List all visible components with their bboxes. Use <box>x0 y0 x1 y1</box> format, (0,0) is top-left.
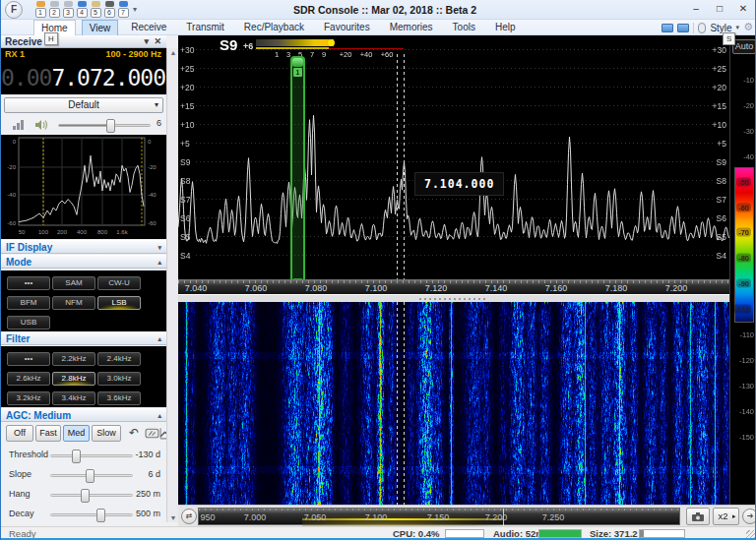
mode-button-cwu[interactable]: CW-U <box>97 276 141 290</box>
monitor-icon[interactable] <box>677 24 689 32</box>
agc-button-med[interactable]: Med <box>63 425 90 442</box>
tab-tools[interactable]: Tools <box>446 20 482 35</box>
slider-track[interactable] <box>50 454 133 457</box>
tab-help[interactable]: Help <box>488 20 523 35</box>
window-title: SDR Console :: Mar 02, 2018 :: Beta 2 <box>149 0 621 20</box>
mode-button-[interactable]: ••• <box>7 276 50 290</box>
qat-button-3[interactable]: 3 <box>62 1 74 19</box>
mode-button-nfm[interactable]: NFM <box>52 296 95 310</box>
mode-button-usb[interactable]: USB <box>7 316 50 330</box>
profile-dropdown[interactable]: Default ▾ <box>4 97 163 113</box>
qat-button-6[interactable]: 6 <box>103 1 115 19</box>
band-overview-bar[interactable]: 9507.0007.0507.1007.1507.2007.250 <box>198 508 680 525</box>
volume-slider[interactable] <box>58 124 151 127</box>
speaker-icon[interactable] <box>34 119 48 131</box>
auto-button[interactable]: Auto <box>732 39 756 54</box>
pan-left-button[interactable]: ⇄ <box>181 509 197 524</box>
mode-button-sam[interactable]: SAM <box>52 276 95 290</box>
chevron-down-icon[interactable]: ▾ <box>736 24 740 31</box>
tuning-marker-cap[interactable] <box>292 58 303 67</box>
slider-thumb[interactable] <box>86 469 94 483</box>
filter-button-2.2khz[interactable]: 2.2kHz <box>52 352 95 366</box>
spectrum-canvas[interactable] <box>178 35 729 279</box>
pan-right-button[interactable]: ➔ <box>742 509 756 524</box>
waterfall-canvas[interactable] <box>178 302 729 505</box>
qat-icon <box>64 1 73 7</box>
filter-button-3.6khz[interactable]: 3.6kHz <box>97 391 141 405</box>
db-tick: +25 <box>707 64 726 74</box>
close-button[interactable]: ✕ <box>731 0 755 19</box>
tab-view[interactable]: View <box>82 20 119 35</box>
section-agc[interactable]: AGC: Medium ▴ <box>1 408 166 422</box>
audio-spectrum-panel[interactable]: 00-20-20-40-40-60-60501002004008001.6k <box>1 135 166 239</box>
panel-scrollbar[interactable]: ▲ ▼ <box>166 48 178 522</box>
mode-button-bfm[interactable]: BFM <box>7 296 50 310</box>
qat-overflow-icon[interactable]: ▾ <box>133 1 137 19</box>
style-button[interactable]: Style <box>710 23 731 33</box>
frequency-display[interactable]: 0.007.072.000 <box>1 61 166 94</box>
tab-memories[interactable]: Memories <box>383 20 440 35</box>
panel-close-icon[interactable]: ✕ <box>154 35 161 48</box>
frequency-axis[interactable]: 7.0407.0607.0807.1007.1207.1407.1607.180… <box>178 279 729 294</box>
qat-button-4[interactable]: 4 <box>76 1 88 19</box>
tab-transmit[interactable]: Transmit <box>179 20 231 35</box>
zoom-level-button[interactable]: x2 ▸ <box>713 508 739 525</box>
filter-button-3.0khz[interactable]: 3.0kHz <box>97 372 141 386</box>
qat-button-2[interactable]: 2 <box>48 1 60 19</box>
agc-button-slow[interactable]: Slow <box>92 425 121 442</box>
tab-favourites[interactable]: Favourites <box>317 20 377 35</box>
profile-value: Default <box>68 99 99 110</box>
capture-button[interactable] <box>686 508 710 525</box>
qat-button-1[interactable]: 1 <box>34 1 46 19</box>
slider-thumb[interactable] <box>72 450 81 463</box>
svg-text:200: 200 <box>57 229 68 235</box>
spectrum-display[interactable]: +30+25+20+15+10+5S9S8S7S6S5S4 +30+25+20+… <box>178 35 729 294</box>
minimize-button[interactable]: – <box>684 0 708 19</box>
app-icon[interactable]: F <box>5 1 23 19</box>
tab-rec-playback[interactable]: Rec/Playback <box>237 20 311 35</box>
waterfall-display[interactable] <box>178 302 729 505</box>
section-filter[interactable]: Filter ▴ <box>1 331 166 345</box>
filter-button-3.4khz[interactable]: 3.4kHz <box>52 391 95 405</box>
slider-thumb[interactable] <box>81 489 90 503</box>
agc-button-fast[interactable]: Fast <box>35 425 61 442</box>
section-mode[interactable]: Mode ▴ <box>1 255 166 269</box>
volume-thumb[interactable] <box>106 119 115 133</box>
qat-button-5[interactable]: 5 <box>90 1 101 19</box>
mode-button-lsb[interactable]: LSB <box>97 296 141 310</box>
tab-receive[interactable]: Receive <box>124 20 173 35</box>
slider-track[interactable] <box>50 474 133 477</box>
undo-icon[interactable]: ↶ <box>129 426 144 441</box>
db-tick: +15 <box>180 101 200 111</box>
section-if-display[interactable]: IF Display ▾ <box>1 240 166 254</box>
maximize-button[interactable]: □ <box>708 0 731 19</box>
svg-text:-40: -40 <box>148 192 157 198</box>
color-gradient[interactable] <box>734 167 754 323</box>
agc-buttons-row: ↶ OffFastMedSlow <box>1 425 166 445</box>
splitter-handle[interactable] <box>178 294 729 302</box>
slider-track[interactable] <box>50 494 133 497</box>
slider-thumb[interactable] <box>96 509 105 522</box>
filter-button-2.4khz[interactable]: 2.4kHz <box>97 352 141 366</box>
mouse-icon[interactable] <box>698 23 706 33</box>
panel-menu-icon[interactable]: ▾ <box>144 35 149 48</box>
monitor-icon[interactable] <box>662 24 673 32</box>
filter-button-2.6khz[interactable]: 2.6kHz <box>7 372 50 386</box>
volume-fill <box>59 125 109 126</box>
frequency-tick: 7.060 <box>245 283 268 293</box>
color-scale-tick: -130 <box>739 381 754 390</box>
visible-span-highlight[interactable] <box>302 509 504 526</box>
tuning-marker[interactable]: 1 <box>290 56 305 286</box>
db-tick: S6 <box>707 213 726 223</box>
filter-button-[interactable]: ••• <box>7 352 50 366</box>
meter-icon[interactable] <box>145 426 159 441</box>
frequency-tick: 7.160 <box>545 283 568 293</box>
volume-value: 6 <box>157 118 161 128</box>
filter-button-2.8khz[interactable]: 2.8kHz <box>52 372 95 386</box>
qat-button-7[interactable]: 7 <box>117 1 129 19</box>
agc-button-off[interactable]: Off <box>6 425 33 442</box>
slider-track[interactable] <box>50 513 133 516</box>
filter-button-3.2khz[interactable]: 3.2kHz <box>7 391 50 405</box>
levels-icon[interactable] <box>13 119 29 130</box>
gear-icon[interactable]: ⚙ <box>743 22 753 33</box>
